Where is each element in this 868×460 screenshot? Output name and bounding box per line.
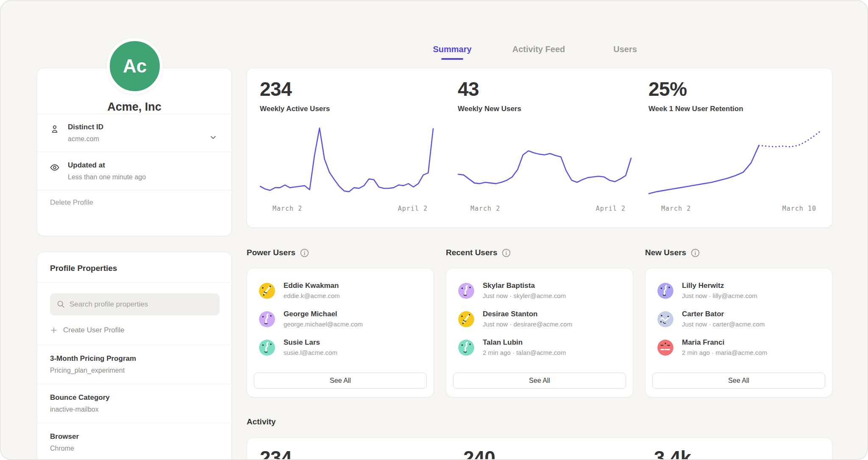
summary-stats-card: 234 Weekly Active Users March 2 April 2 … [247,68,832,228]
axis-label-start: March 2 [470,205,500,212]
weekly-active-users-chart [260,125,434,198]
user-name: Lilly Herwitz [682,282,724,290]
distinct-id-row[interactable]: Distinct ID acme.com [37,114,231,152]
see-all-button[interactable]: See All [254,373,427,389]
tab-summary-label: Summary [433,45,471,54]
eye-icon [49,162,60,173]
tab-summary[interactable]: Summary [410,45,495,60]
property-row[interactable]: Bounce Category inactive-mailbox [37,384,231,423]
retention-value: 25% [648,78,687,100]
distinct-id-value: acme.com [68,135,219,143]
property-label: Bounce Category [50,393,219,402]
activity-card: 234 240 3.4k [247,438,832,460]
user-avatar [458,283,474,299]
user-detail: Just now · carter@acme.com [682,321,765,328]
weekly-new-users-panel: 43 Weekly New Users March 2 April 2 [458,68,632,227]
person-icon [49,124,60,135]
user-avatar [657,311,673,327]
user-detail: Just now · desirare@acme.com [483,321,572,328]
chevron-down-icon[interactable] [209,133,218,142]
user-row[interactable]: George Michael george.michael@acme.com [259,309,425,334]
info-icon[interactable] [300,248,309,257]
user-detail: eddie.k@acme.com [284,292,340,299]
property-value: inactive-mailbox [50,406,219,413]
retention-label: Week 1 New User Retention [648,105,743,113]
user-name: Skylar Baptista [483,282,535,290]
power-users-title: Power Users [247,248,295,257]
tab-activity-feed[interactable]: Activity Feed [496,45,581,60]
user-name: Maria Franci [682,338,724,347]
tab-users[interactable]: Users [583,45,668,60]
distinct-id-label: Distinct ID [68,123,219,131]
weekly-new-users-value: 43 [458,78,479,100]
profile-properties-card: Profile Properties Create User Profile 3… [37,252,232,460]
user-row[interactable]: Susie Lars susie.l@acme.com [259,337,425,362]
company-avatar: Ac [107,38,163,94]
user-row[interactable]: Skylar Baptista Just now · skyler@acme.c… [458,281,624,305]
axis-label-end: April 2 [596,205,626,212]
user-detail: 2 min ago · maria@acme.com [682,349,767,356]
user-row[interactable]: Lilly Herwitz Just now · lilly@acme.com [657,281,823,305]
updated-at-value: Less than one minute ago [68,173,219,181]
user-row[interactable]: Eddie Kwakman eddie.k@acme.com [259,281,425,305]
property-row[interactable]: Browser Chrome [37,423,231,460]
create-user-profile-label: Create User Profile [63,326,125,335]
user-avatar [259,340,275,356]
weekly-active-users-panel: 234 Weekly Active Users March 2 April 2 [260,68,434,227]
tab-users-label: Users [613,45,637,54]
activity-stat: 240 [463,446,495,460]
activity-stat: 234 [260,446,292,460]
retention-panel: 25% Week 1 New User Retention March 2 Ma… [648,68,822,227]
search-profile-properties-input[interactable] [50,293,220,315]
see-all-button[interactable]: See All [453,373,626,389]
weekly-new-users-chart [458,125,632,198]
user-detail: susie.l@acme.com [284,349,337,356]
user-avatar [657,283,673,299]
property-value: Chrome [50,445,219,452]
user-avatar [259,283,275,299]
axis-label-start: March 2 [273,205,302,212]
recent-users-column: Recent Users Skylar Baptista Just now · … [446,247,633,397]
user-detail: george.michael@acme.com [284,321,363,328]
user-name: Eddie Kwakman [284,282,339,290]
property-row[interactable]: 3-Month Pricing Program Pricing_plan_exp… [37,345,231,384]
weekly-active-users-label: Weekly Active Users [260,105,330,113]
user-avatar [259,311,275,327]
user-detail: Just now · skyler@acme.com [483,292,566,299]
user-row[interactable]: Maria Franci 2 min ago · maria@acme.com [657,337,823,362]
user-name: Carter Bator [682,310,724,318]
create-user-profile-button[interactable]: Create User Profile [50,326,219,335]
info-icon[interactable] [502,248,511,257]
profile-properties-title: Profile Properties [37,252,231,283]
user-row[interactable]: Desirae Stanton Just now · desirare@acme… [458,309,624,334]
activity-title: Activity [247,417,276,427]
recent-users-card: Skylar Baptista Just now · skyler@acme.c… [446,268,633,397]
user-row[interactable]: Talan Lubin 2 min ago · talan@acme.com [458,337,624,362]
see-all-button[interactable]: See All [652,373,825,389]
power-users-card: Eddie Kwakman eddie.k@acme.com George Mi… [247,268,434,397]
app-frame: Ac Acme, Inc Distinct ID acme.com Update… [0,0,868,460]
search-box [50,293,219,315]
user-avatar [458,340,474,356]
delete-profile-button[interactable]: Delete Profile [37,190,231,215]
user-name: Talan Lubin [483,338,523,347]
retention-chart [648,125,822,198]
active-tab-underline [441,58,463,60]
tab-activity-feed-label: Activity Feed [512,45,565,54]
weekly-active-users-value: 234 [260,78,292,100]
user-row[interactable]: Carter Bator Just now · carter@acme.com [657,309,823,334]
tab-bar: Summary Activity Feed Users [410,45,668,60]
axis-label-end: March 10 [782,205,816,212]
weekly-new-users-label: Weekly New Users [458,105,521,113]
property-label: Browser [50,432,219,441]
power-users-column: Power Users Eddie Kwakman eddie.k@acme.c… [247,247,434,397]
updated-at-label: Updated at [68,161,219,170]
property-label: 3-Month Pricing Program [50,354,219,363]
info-icon[interactable] [691,248,700,257]
activity-stat: 3.4k [654,446,691,460]
new-users-card: Lilly Herwitz Just now · lilly@acme.com … [645,268,832,397]
company-avatar-initials: Ac [123,56,147,77]
user-detail: Just now · lilly@acme.com [682,292,757,299]
user-name: Desirae Stanton [483,310,537,318]
new-users-column: New Users Lilly Herwitz Just now · lilly… [645,247,832,397]
